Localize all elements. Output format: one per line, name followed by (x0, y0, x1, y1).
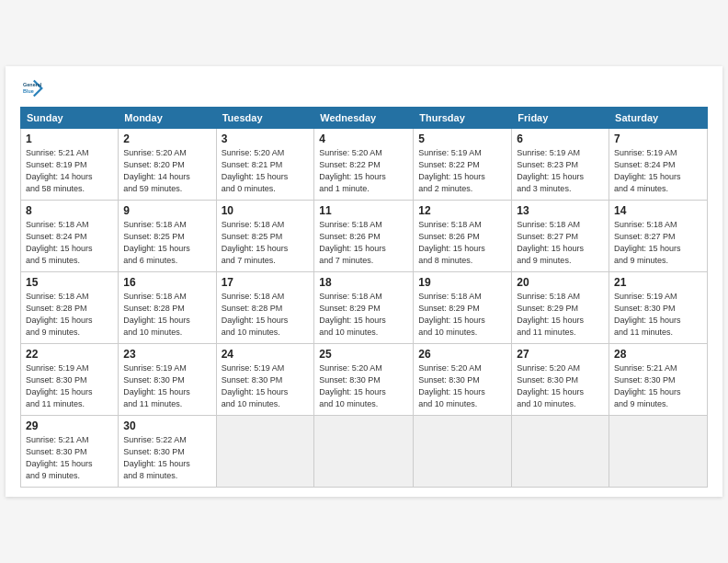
day-number: 24 (222, 348, 310, 361)
day-cell: 16Sunrise: 5:18 AM Sunset: 8:28 PM Dayli… (119, 272, 216, 344)
day-number: 6 (517, 132, 604, 145)
day-cell (609, 416, 708, 488)
day-info: Sunrise: 5:18 AM Sunset: 8:27 PM Dayligh… (517, 219, 604, 267)
day-number: 9 (123, 204, 210, 217)
day-number: 16 (123, 276, 210, 289)
day-number: 2 (123, 132, 210, 145)
day-cell: 29Sunrise: 5:21 AM Sunset: 8:30 PM Dayli… (21, 416, 119, 488)
day-number: 11 (319, 204, 408, 217)
calendar-table: SundayMondayTuesdayWednesdayThursdayFrid… (20, 107, 708, 488)
day-cell: 14Sunrise: 5:18 AM Sunset: 8:27 PM Dayli… (609, 201, 708, 272)
week-row-4: 22Sunrise: 5:19 AM Sunset: 8:30 PM Dayli… (21, 344, 708, 416)
day-cell (414, 416, 512, 488)
day-number: 7 (614, 132, 702, 145)
day-cell: 26Sunrise: 5:20 AM Sunset: 8:30 PM Dayli… (414, 344, 512, 416)
day-info: Sunrise: 5:21 AM Sunset: 8:19 PM Dayligh… (26, 147, 113, 195)
day-cell: 20Sunrise: 5:18 AM Sunset: 8:29 PM Dayli… (512, 272, 609, 344)
day-number: 12 (418, 204, 506, 217)
day-cell: 25Sunrise: 5:20 AM Sunset: 8:30 PM Dayli… (314, 344, 414, 416)
day-cell: 28Sunrise: 5:21 AM Sunset: 8:30 PM Dayli… (609, 344, 708, 416)
day-cell: 8Sunrise: 5:18 AM Sunset: 8:24 PM Daylig… (21, 201, 119, 272)
day-info: Sunrise: 5:21 AM Sunset: 8:30 PM Dayligh… (26, 434, 113, 482)
day-number: 5 (418, 132, 506, 145)
weekday-header-sunday: Sunday (21, 108, 119, 129)
day-cell (216, 416, 314, 488)
day-number: 3 (222, 132, 310, 145)
weekday-header-tuesday: Tuesday (216, 108, 314, 129)
day-cell: 19Sunrise: 5:18 AM Sunset: 8:29 PM Dayli… (414, 272, 512, 344)
day-info: Sunrise: 5:18 AM Sunset: 8:29 PM Dayligh… (517, 291, 604, 339)
day-number: 26 (418, 348, 506, 361)
day-info: Sunrise: 5:18 AM Sunset: 8:24 PM Dayligh… (26, 219, 113, 267)
day-number: 15 (26, 276, 113, 289)
day-info: Sunrise: 5:18 AM Sunset: 8:29 PM Dayligh… (319, 291, 408, 339)
day-info: Sunrise: 5:19 AM Sunset: 8:30 PM Dayligh… (614, 291, 702, 339)
weekday-header-row: SundayMondayTuesdayWednesdayThursdayFrid… (21, 108, 708, 129)
day-info: Sunrise: 5:18 AM Sunset: 8:25 PM Dayligh… (123, 219, 210, 267)
day-cell: 6Sunrise: 5:19 AM Sunset: 8:23 PM Daylig… (512, 129, 609, 201)
day-info: Sunrise: 5:21 AM Sunset: 8:30 PM Dayligh… (614, 362, 702, 410)
day-number: 22 (26, 348, 113, 361)
day-cell: 7Sunrise: 5:19 AM Sunset: 8:24 PM Daylig… (609, 129, 708, 201)
day-info: Sunrise: 5:19 AM Sunset: 8:23 PM Dayligh… (517, 147, 604, 195)
day-info: Sunrise: 5:20 AM Sunset: 8:30 PM Dayligh… (319, 362, 408, 410)
day-cell: 27Sunrise: 5:20 AM Sunset: 8:30 PM Dayli… (512, 344, 609, 416)
day-number: 4 (319, 132, 408, 145)
day-info: Sunrise: 5:19 AM Sunset: 8:24 PM Dayligh… (614, 147, 702, 195)
week-row-5: 29Sunrise: 5:21 AM Sunset: 8:30 PM Dayli… (21, 416, 708, 488)
day-number: 29 (26, 419, 113, 432)
day-info: Sunrise: 5:20 AM Sunset: 8:30 PM Dayligh… (418, 362, 506, 410)
week-row-1: 1Sunrise: 5:21 AM Sunset: 8:19 PM Daylig… (21, 129, 708, 201)
day-cell: 21Sunrise: 5:19 AM Sunset: 8:30 PM Dayli… (609, 272, 708, 344)
day-info: Sunrise: 5:20 AM Sunset: 8:20 PM Dayligh… (123, 147, 210, 195)
day-number: 8 (26, 204, 113, 217)
logo: General Blue (20, 75, 46, 101)
day-info: Sunrise: 5:18 AM Sunset: 8:26 PM Dayligh… (418, 219, 506, 267)
day-cell: 24Sunrise: 5:19 AM Sunset: 8:30 PM Dayli… (216, 344, 314, 416)
day-cell: 3Sunrise: 5:20 AM Sunset: 8:21 PM Daylig… (216, 129, 314, 201)
day-info: Sunrise: 5:18 AM Sunset: 8:28 PM Dayligh… (222, 291, 310, 339)
day-cell: 15Sunrise: 5:18 AM Sunset: 8:28 PM Dayli… (21, 272, 119, 344)
day-number: 21 (614, 276, 702, 289)
day-info: Sunrise: 5:19 AM Sunset: 8:30 PM Dayligh… (222, 362, 310, 410)
day-number: 13 (517, 204, 604, 217)
day-cell: 22Sunrise: 5:19 AM Sunset: 8:30 PM Dayli… (21, 344, 119, 416)
weekday-header-saturday: Saturday (609, 108, 708, 129)
day-number: 30 (123, 419, 210, 432)
day-info: Sunrise: 5:18 AM Sunset: 8:29 PM Dayligh… (418, 291, 506, 339)
weekday-header-thursday: Thursday (414, 108, 512, 129)
day-cell (512, 416, 609, 488)
week-row-2: 8Sunrise: 5:18 AM Sunset: 8:24 PM Daylig… (21, 201, 708, 272)
day-info: Sunrise: 5:18 AM Sunset: 8:25 PM Dayligh… (222, 219, 310, 267)
day-cell: 9Sunrise: 5:18 AM Sunset: 8:25 PM Daylig… (119, 201, 216, 272)
day-cell: 4Sunrise: 5:20 AM Sunset: 8:22 PM Daylig… (314, 129, 414, 201)
day-number: 23 (123, 348, 210, 361)
day-number: 1 (26, 132, 113, 145)
logo-icon: General Blue (20, 75, 46, 101)
day-number: 25 (319, 348, 408, 361)
day-info: Sunrise: 5:20 AM Sunset: 8:30 PM Dayligh… (517, 362, 604, 410)
svg-text:General: General (23, 82, 42, 87)
day-cell (314, 416, 414, 488)
day-cell: 23Sunrise: 5:19 AM Sunset: 8:30 PM Dayli… (119, 344, 216, 416)
day-info: Sunrise: 5:18 AM Sunset: 8:28 PM Dayligh… (26, 291, 113, 339)
day-cell: 17Sunrise: 5:18 AM Sunset: 8:28 PM Dayli… (216, 272, 314, 344)
weekday-header-wednesday: Wednesday (314, 108, 414, 129)
weekday-header-monday: Monday (119, 108, 216, 129)
weekday-header-friday: Friday (512, 108, 609, 129)
day-number: 14 (614, 204, 702, 217)
day-info: Sunrise: 5:22 AM Sunset: 8:30 PM Dayligh… (123, 434, 210, 482)
day-info: Sunrise: 5:18 AM Sunset: 8:26 PM Dayligh… (319, 219, 408, 267)
week-row-3: 15Sunrise: 5:18 AM Sunset: 8:28 PM Dayli… (21, 272, 708, 344)
day-cell: 30Sunrise: 5:22 AM Sunset: 8:30 PM Dayli… (119, 416, 216, 488)
day-number: 19 (418, 276, 506, 289)
day-number: 28 (614, 348, 702, 361)
svg-text:Blue: Blue (23, 88, 34, 94)
day-cell: 5Sunrise: 5:19 AM Sunset: 8:22 PM Daylig… (414, 129, 512, 201)
day-cell: 1Sunrise: 5:21 AM Sunset: 8:19 PM Daylig… (21, 129, 119, 201)
day-info: Sunrise: 5:20 AM Sunset: 8:21 PM Dayligh… (222, 147, 310, 195)
day-info: Sunrise: 5:20 AM Sunset: 8:22 PM Dayligh… (319, 147, 408, 195)
day-info: Sunrise: 5:18 AM Sunset: 8:28 PM Dayligh… (123, 291, 210, 339)
day-cell: 10Sunrise: 5:18 AM Sunset: 8:25 PM Dayli… (216, 201, 314, 272)
day-cell: 2Sunrise: 5:20 AM Sunset: 8:20 PM Daylig… (119, 129, 216, 201)
